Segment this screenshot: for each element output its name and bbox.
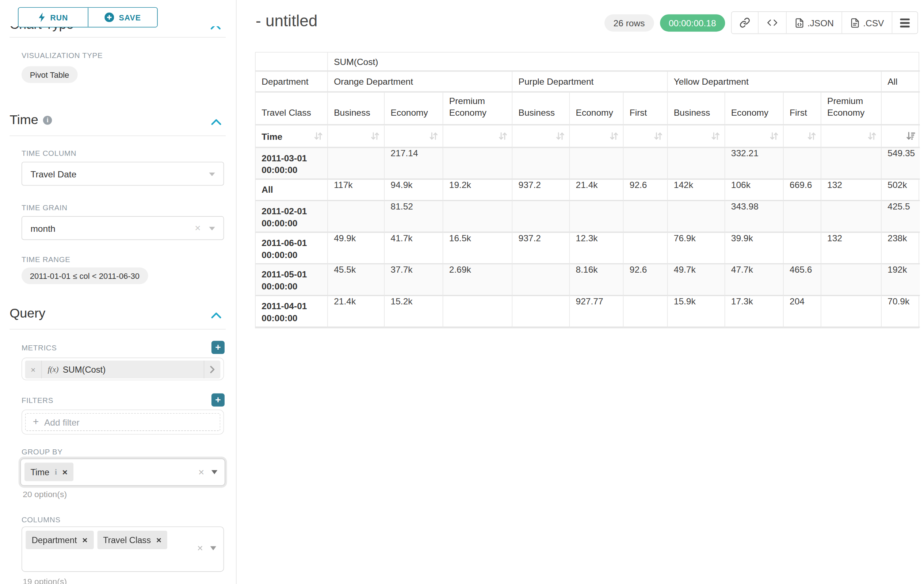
chevron-right-icon[interactable] [204,360,221,378]
save-button[interactable]: SAVE [87,8,157,26]
travel-class-corner-cell: Travel Class [256,92,328,125]
pivot-value-cell: 39.9k [725,233,784,265]
sort-icon[interactable] [370,132,380,141]
remove-chip-icon[interactable]: × [63,467,68,477]
pivot-value-cell: 204 [784,296,822,328]
chart-title[interactable]: - untitled [256,12,317,31]
pivot-value-cell [512,148,570,180]
row-count-badge: 26 rows [604,14,654,31]
menu-button[interactable] [892,12,917,34]
export-csv-button[interactable]: .CSV [842,12,891,34]
time-range-chip[interactable]: 2011-01-01 ≤ col < 2011-06-30 [21,268,148,285]
add-filter-button[interactable]: + [211,393,224,406]
plus-circle-icon [104,12,114,22]
pivot-value-cell: 106k [725,179,784,201]
dnd-chip[interactable]: Travel Class× [97,531,168,549]
export-button-group: .JSON .CSV [731,12,918,34]
pivot-data-row: 2011-03-01 00:00:00217.14332.21549.35 [256,148,920,180]
metric-chip[interactable]: × f(x) SUM(Cost) [25,360,221,378]
remove-chip-icon[interactable]: × [156,535,162,545]
pivot-value-cell: 16.5k [443,233,512,265]
chart-header-actions: 26 rows 00:00:00.18 .JSON .CSV [604,11,918,34]
remove-metric-icon[interactable]: × [25,360,42,378]
sort-header[interactable] [668,125,725,148]
query-section-collapse-chevron-icon[interactable] [211,310,221,321]
sort-desc-icon[interactable] [906,132,916,141]
sort-header[interactable] [570,125,624,148]
explore-view: Chart Type RUN SAVE VISUALIZATION TYPE P… [0,0,924,584]
columns-select[interactable]: Department×Travel Class× × [21,526,224,572]
sort-header[interactable] [328,125,384,148]
plus-icon: + [33,416,39,428]
travel-class-header: Business [668,92,725,125]
dnd-chip[interactable]: Timei× [25,462,73,481]
chevron-down-icon[interactable] [211,470,217,474]
pivot-value-cell [624,148,668,180]
pivot-table-container: SUM(Cost) Department Orange DepartmentPu… [255,52,919,328]
sort-header[interactable] [443,125,512,148]
sort-header[interactable] [822,125,882,148]
department-corner-cell: Department [256,72,328,92]
view-query-button[interactable] [758,12,786,34]
sort-icon[interactable] [498,132,508,141]
pivot-value-cell: 937.2 [512,233,570,265]
pivot-value-cell [784,201,822,233]
pivot-value-cell [822,201,882,233]
chevron-down-icon[interactable] [210,546,216,550]
pivot-value-cell [668,148,725,180]
sort-icon[interactable] [429,132,438,141]
corner-cell [256,53,328,72]
dnd-chip[interactable]: Department× [26,531,94,549]
pivot-value-cell: 21.4k [328,296,384,328]
time-grain-select[interactable]: month × [21,216,224,240]
pivot-value-cell: 76.9k [668,233,725,265]
run-save-button-group: RUN SAVE [18,7,158,28]
metric-header-cell: SUM(Cost) [328,53,920,72]
add-filter-dropzone[interactable]: + Add filter [25,413,221,431]
sort-header-active[interactable] [882,125,920,148]
travel-class-header: Business [512,92,570,125]
sort-icon[interactable] [807,132,816,141]
pivot-value-cell [328,201,384,233]
dnd-chip-label: Department [32,535,77,545]
clear-icon[interactable]: × [198,467,204,477]
time-section-collapse-chevron-icon[interactable] [211,117,221,128]
columns-options-hint: 19 option(s) [23,577,67,584]
time-sort-header[interactable]: Time [256,125,328,148]
sort-icon[interactable] [609,132,619,141]
remove-chip-icon[interactable]: × [82,535,87,545]
group-by-select[interactable]: Timei× × [20,459,225,486]
pivot-data-row: 2011-06-01 00:00:0049.9k41.7k16.5k937.21… [256,233,920,265]
pivot-value-cell: 41.7k [384,233,443,265]
pivot-value-cell: 92.6 [624,264,668,296]
pivot-value-cell: 49.9k [328,233,384,265]
sort-header[interactable] [512,125,570,148]
sort-header[interactable] [784,125,822,148]
travel-class-header: Economy [570,92,624,125]
run-button[interactable]: RUN [19,8,88,26]
clear-icon[interactable]: × [195,223,201,233]
sort-icon[interactable] [867,132,877,141]
sort-icon[interactable] [556,132,565,141]
sort-header[interactable] [384,125,443,148]
sort-icon[interactable] [711,132,720,141]
sort-header[interactable] [624,125,668,148]
hamburger-icon [900,18,910,27]
sort-header[interactable] [725,125,784,148]
visualization-type-chip[interactable]: Pivot Table [21,66,78,83]
sort-icon[interactable] [314,132,323,141]
sort-icon[interactable] [653,132,663,141]
filters-label: FILTERS [21,396,53,405]
add-metric-button[interactable]: + [211,341,224,354]
clear-icon[interactable]: × [197,543,203,553]
pivot-value-cell: 117k [328,179,384,201]
time-column-select[interactable]: Travel Date [21,162,224,186]
export-json-button[interactable]: .JSON [786,12,842,34]
dnd-chip-label: Travel Class [103,535,151,545]
sort-icon[interactable] [769,132,779,141]
pivot-value-cell: 2.69k [443,264,512,296]
pivot-value-cell [822,148,882,180]
visualization-type-label: VISUALIZATION TYPE [21,51,102,60]
share-link-button[interactable] [731,12,758,34]
pivot-value-cell: 669.6 [784,179,822,201]
